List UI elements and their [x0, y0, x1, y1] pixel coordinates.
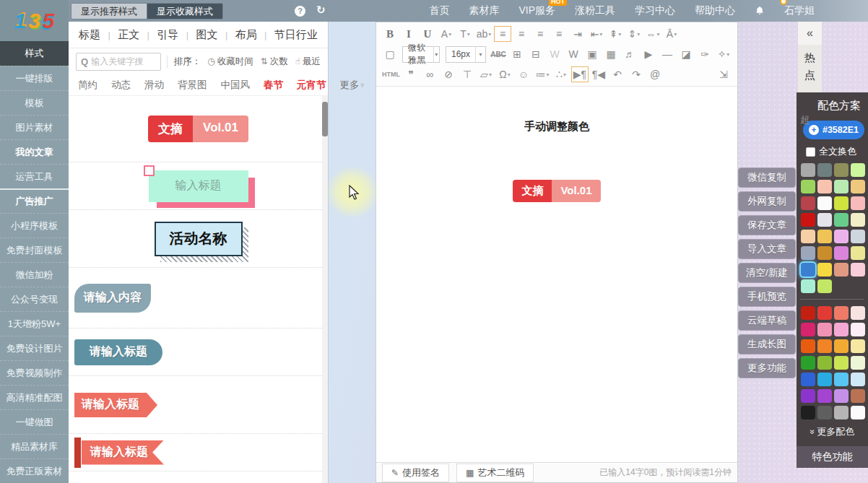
action-button-手机预览[interactable]: 手机预览	[738, 287, 796, 307]
color-swatch-#b8eab2[interactable]	[834, 180, 849, 193]
color-swatch-#eae695[interactable]	[851, 246, 865, 260]
more-colors-button[interactable]: »更多配色	[797, 425, 868, 438]
logo-135[interactable]: 1 3 5	[0, 0, 69, 41]
sidebar-item-样式[interactable]: 样式	[0, 41, 69, 66]
style-sample-ribbon[interactable]: 请输入标题	[69, 434, 328, 471]
sidebar-item-图片素材[interactable]: 图片素材	[0, 115, 69, 139]
word-clean-icon[interactable]: W	[546, 46, 563, 62]
link-icon[interactable]: ∞	[421, 66, 438, 82]
new-doc-icon[interactable]: ▢	[381, 46, 399, 62]
color-swatch-#f193b4[interactable]	[817, 323, 832, 336]
color-swatch-#fbfbfb[interactable]	[851, 406, 865, 419]
color-swatch-#efc457[interactable]	[817, 230, 832, 243]
color-swatch-#eec87e[interactable]	[851, 180, 865, 193]
color-swatch-#d6246e[interactable]	[801, 323, 815, 336]
fullscreen-icon[interactable]: ⇲	[715, 66, 732, 82]
color-swatch-#f08426[interactable]	[817, 339, 832, 353]
strikethrough-icon[interactable]: ABC	[490, 46, 507, 62]
filter-tag-动态[interactable]: 动态	[111, 79, 131, 92]
nav-item-VIP服务[interactable]: VIP服务HOT	[518, 4, 555, 17]
table-icon[interactable]: ⊞	[508, 46, 526, 62]
checkbox[interactable]	[806, 147, 815, 157]
color-swatch-#c490e8[interactable]	[834, 389, 849, 403]
nav-item-帮助中心[interactable]: 帮助中心	[695, 4, 735, 17]
color-swatch-#f4a9d5[interactable]	[834, 323, 849, 336]
font-family-select[interactable]: 微软雅黑▾	[402, 46, 440, 63]
sidebar-item-免费视频制作[interactable]: 免费视频制作	[0, 360, 69, 385]
sidebar-item-运营工具[interactable]: 运营工具	[0, 164, 69, 188]
add-custom-color-button[interactable]: + #3582E1	[803, 121, 864, 139]
template-note-icon[interactable]: ▱▾	[477, 66, 495, 82]
color-swatch-#ecb3ea[interactable]	[834, 230, 849, 243]
color-swatch-#c98d2b[interactable]	[817, 246, 832, 260]
nav-item-涨粉工具[interactable]: 涨粉工具	[575, 4, 615, 17]
sidebar-item-1天增粉5W+[interactable]: 1天增粉5W+	[0, 311, 69, 336]
style-list-scrollbar[interactable]	[322, 96, 328, 483]
filter-tag-背景图[interactable]: 背景图	[178, 79, 207, 92]
color-swatch-#f8cedb[interactable]	[851, 263, 865, 277]
color-swatch-#8cbc34[interactable]	[817, 356, 832, 370]
color-swatch-#c2e765[interactable]	[817, 279, 832, 293]
color-swatch-#b8434b[interactable]	[801, 196, 815, 210]
color-swatch-#ced6de[interactable]	[851, 230, 865, 243]
color-swatch-#e09a82[interactable]	[834, 263, 849, 277]
highlight-icon[interactable]: ab▾	[475, 26, 492, 42]
sidebar-item-免费正版素材[interactable]: 免费正版素材	[0, 458, 69, 483]
color-swatch-#e4e4ea[interactable]	[817, 213, 832, 227]
color-swatch-#a8eed5[interactable]	[801, 279, 815, 293]
keyword-search-box[interactable]: Q	[76, 53, 161, 71]
color-swatch-#f6e8a2[interactable]	[851, 339, 865, 353]
align-justify-icon[interactable]: ≡	[550, 26, 568, 42]
filter-tag-元宵节[interactable]: 元宵节	[297, 79, 326, 92]
search-input[interactable]	[91, 56, 156, 66]
style-sample-badge[interactable]: 文摘 Vol.01	[69, 96, 328, 162]
help-icon[interactable]: ?	[295, 6, 305, 17]
show-recommended-styles-button[interactable]: 显示推荐样式	[71, 4, 147, 19]
align-left-icon[interactable]: ≡	[494, 26, 511, 42]
rtl-paragraph-icon[interactable]: ¶◀	[590, 66, 607, 82]
color-swatch-#58c5f2[interactable]	[834, 373, 849, 386]
sidebar-item-微信加粉[interactable]: 微信加粉	[0, 262, 69, 287]
filter-tag-更多[interactable]: 更多▿	[340, 79, 365, 92]
color-swatch-#e85c10[interactable]	[801, 339, 815, 353]
tab-正文[interactable]: 正文	[118, 28, 139, 42]
sidebar-item-小程序模板[interactable]: 小程序模板	[0, 213, 69, 238]
color-swatch-#68cd8b[interactable]	[834, 213, 849, 227]
horizontal-rule-icon[interactable]: —	[659, 46, 676, 62]
align-center-icon[interactable]: ≡	[513, 26, 530, 42]
sidebar-item-免费设计图片[interactable]: 免费设计图片	[0, 336, 69, 360]
sidebar-item-一键排版[interactable]: 一键排版	[0, 66, 69, 90]
color-swatch-#5f5f5f[interactable]	[817, 406, 832, 419]
color-swatch-#e23b35[interactable]	[817, 306, 832, 320]
scrollbar-thumb[interactable]	[322, 102, 328, 136]
color-swatch-#9ea6bb[interactable]	[801, 246, 815, 260]
color-swatch-#d0e9f6[interactable]	[851, 373, 865, 386]
sidebar-item-我的文章[interactable]: 我的文章	[0, 139, 69, 164]
color-swatch-#cbe455[interactable]	[834, 356, 849, 370]
refresh-icon[interactable]: ↻	[316, 4, 326, 17]
color-swatch-#8b35cc[interactable]	[801, 389, 815, 403]
tab-布局[interactable]: 布局	[235, 28, 257, 42]
style-sample-event[interactable]: 活动名称	[69, 210, 328, 268]
action-button-更多功能[interactable]: 更多功能	[738, 358, 796, 378]
tab-标题[interactable]: 标题	[79, 28, 100, 42]
magic-wand-icon[interactable]: ✧▾	[715, 46, 732, 62]
indent-icon[interactable]: ⇥	[569, 26, 586, 42]
action-button-清空/新建[interactable]: 清空/新建	[738, 263, 796, 283]
color-swatch-#2f63d8[interactable]	[801, 373, 815, 386]
action-button-云端草稿[interactable]: 云端草稿	[738, 310, 796, 331]
sidebar-item-一键做图[interactable]: 一键做图	[0, 409, 69, 434]
sidebar-item-公众号变现[interactable]: 公众号变现	[0, 287, 69, 311]
filter-tag-简约[interactable]: 简约	[78, 79, 97, 92]
image-icon[interactable]: ▣	[583, 46, 601, 62]
image-album-icon[interactable]: ▦	[602, 46, 620, 62]
tab-引导[interactable]: 引导	[157, 28, 178, 42]
style-sample-teal[interactable]: 请输入标题	[69, 328, 328, 376]
underline-icon[interactable]: U	[419, 26, 436, 42]
notification-bell[interactable]	[755, 6, 765, 16]
html-source-icon[interactable]: HTML	[381, 66, 401, 82]
sort-by-次数[interactable]: ⇅次数	[261, 56, 288, 68]
sidebar-item-高清精准配图[interactable]: 高清精准配图	[0, 385, 69, 409]
color-swatch-#1f1f1f[interactable]	[801, 406, 815, 419]
music-icon[interactable]: ♬	[621, 46, 638, 62]
